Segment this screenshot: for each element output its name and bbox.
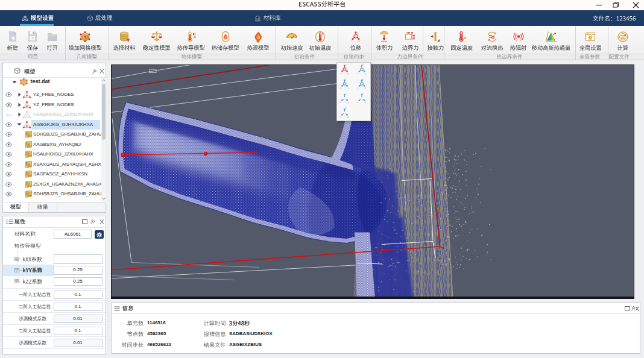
svg-text:y: y xyxy=(347,115,349,118)
svg-text:z: z xyxy=(345,107,346,109)
svg-text:x: x xyxy=(340,86,341,89)
svg-text:y: y xyxy=(364,86,365,89)
svg-text:x: x xyxy=(340,115,341,118)
svg-text:z: z xyxy=(362,78,364,80)
svg-text:y: y xyxy=(347,86,349,89)
svg-text:x: x xyxy=(340,101,341,103)
svg-text:y: y xyxy=(364,72,365,74)
svg-text:z: z xyxy=(362,92,364,95)
svg-text:z: z xyxy=(345,92,346,95)
svg-text:y: y xyxy=(359,39,360,42)
svg-text:x: x xyxy=(357,86,358,89)
svg-text:z: z xyxy=(357,31,358,34)
svg-text:x: x xyxy=(357,72,358,74)
svg-text:x: x xyxy=(357,101,358,103)
svg-text:z: z xyxy=(362,63,364,66)
svg-text:y: y xyxy=(347,101,349,103)
svg-text:y: y xyxy=(364,101,365,103)
svg-text:z: z xyxy=(345,78,346,80)
svg-text:x: x xyxy=(340,72,341,74)
svg-text:y: y xyxy=(347,72,349,74)
svg-text:z: z xyxy=(345,63,346,66)
svg-text:x: x xyxy=(352,39,353,42)
